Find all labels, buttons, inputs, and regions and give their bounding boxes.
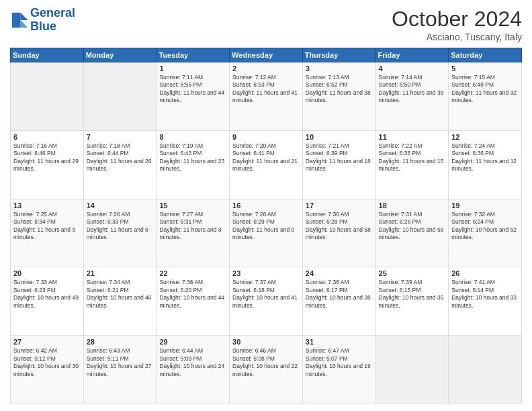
calendar-week-row: 6Sunrise: 7:16 AMSunset: 6:46 PMDaylight… [11, 130, 522, 199]
calendar-cell [449, 336, 522, 404]
cell-info: Sunrise: 7:16 AMSunset: 6:46 PMDaylight:… [13, 142, 81, 173]
calendar-week-row: 13Sunrise: 7:25 AMSunset: 6:34 PMDayligh… [11, 199, 522, 267]
cell-info: Sunrise: 7:37 AMSunset: 6:18 PMDaylight:… [232, 279, 300, 310]
location-title: Asciano, Tuscany, Italy [392, 32, 522, 42]
day-number: 8 [159, 133, 226, 141]
cell-info: Sunrise: 6:42 AMSunset: 5:12 PMDaylight:… [13, 347, 81, 378]
calendar-cell [83, 62, 157, 131]
day-number: 13 [13, 201, 81, 210]
calendar-cell: 27Sunrise: 6:42 AMSunset: 5:12 PMDayligh… [11, 336, 84, 404]
calendar-cell: 21Sunrise: 7:34 AMSunset: 6:21 PMDayligh… [83, 267, 157, 336]
day-number: 18 [379, 201, 446, 210]
calendar-cell: 9Sunrise: 7:20 AMSunset: 6:41 PMDaylight… [230, 130, 303, 199]
calendar-cell: 8Sunrise: 7:19 AMSunset: 6:43 PMDaylight… [157, 130, 230, 199]
calendar-cell: 23Sunrise: 7:37 AMSunset: 6:18 PMDayligh… [230, 267, 303, 336]
cell-info: Sunrise: 7:27 AMSunset: 6:31 PMDaylight:… [159, 211, 226, 242]
day-number: 5 [451, 64, 519, 73]
calendar-table: SundayMondayTuesdayWednesdayThursdayFrid… [10, 48, 522, 404]
cell-info: Sunrise: 7:41 AMSunset: 6:14 PMDaylight:… [451, 279, 519, 310]
cell-info: Sunrise: 7:20 AMSunset: 6:41 PMDaylight:… [232, 142, 300, 173]
calendar-week-row: 20Sunrise: 7:33 AMSunset: 6:23 PMDayligh… [11, 267, 522, 336]
day-number: 19 [451, 201, 519, 210]
day-header-monday: Monday [83, 48, 157, 62]
calendar-cell: 6Sunrise: 7:16 AMSunset: 6:46 PMDaylight… [11, 130, 84, 199]
day-number: 17 [306, 201, 373, 210]
calendar-cell: 13Sunrise: 7:25 AMSunset: 6:34 PMDayligh… [11, 199, 84, 267]
day-number: 26 [451, 269, 519, 277]
cell-info: Sunrise: 6:47 AMSunset: 5:07 PMDaylight:… [306, 347, 373, 378]
calendar-cell: 4Sunrise: 7:14 AMSunset: 6:50 PMDaylight… [375, 62, 449, 131]
day-number: 7 [87, 133, 154, 141]
day-number: 3 [306, 64, 373, 73]
cell-info: Sunrise: 7:38 AMSunset: 6:17 PMDaylight:… [306, 279, 373, 310]
day-number: 15 [159, 201, 226, 210]
cell-info: Sunrise: 7:26 AMSunset: 6:33 PMDaylight:… [87, 211, 154, 242]
day-number: 22 [159, 269, 226, 277]
month-title: October 2024 [392, 7, 522, 32]
day-number: 11 [379, 133, 446, 141]
day-number: 30 [232, 338, 300, 346]
calendar-cell: 26Sunrise: 7:41 AMSunset: 6:14 PMDayligh… [449, 267, 522, 336]
logo: General Blue [10, 7, 75, 34]
calendar-cell: 19Sunrise: 7:32 AMSunset: 6:24 PMDayligh… [449, 199, 522, 267]
day-header-sunday: Sunday [11, 48, 84, 62]
calendar-cell: 1Sunrise: 7:11 AMSunset: 6:55 PMDaylight… [157, 62, 230, 131]
cell-info: Sunrise: 7:18 AMSunset: 6:44 PMDaylight:… [87, 142, 154, 173]
day-number: 4 [379, 64, 446, 73]
day-number: 1 [159, 64, 226, 73]
title-block: October 2024 Asciano, Tuscany, Italy [392, 7, 522, 42]
cell-info: Sunrise: 7:36 AMSunset: 6:20 PMDaylight:… [159, 279, 226, 310]
calendar-cell: 22Sunrise: 7:36 AMSunset: 6:20 PMDayligh… [157, 267, 230, 336]
calendar-week-row: 1Sunrise: 7:11 AMSunset: 6:55 PMDaylight… [11, 62, 522, 131]
day-number: 21 [87, 269, 154, 277]
calendar-header-row: SundayMondayTuesdayWednesdayThursdayFrid… [11, 48, 522, 62]
svg-rect-2 [12, 13, 21, 28]
day-header-saturday: Saturday [449, 48, 522, 62]
cell-info: Sunrise: 7:14 AMSunset: 6:50 PMDaylight:… [379, 74, 446, 105]
day-number: 12 [451, 133, 519, 141]
cell-info: Sunrise: 6:43 AMSunset: 5:11 PMDaylight:… [87, 347, 154, 378]
cell-info: Sunrise: 7:12 AMSunset: 6:53 PMDaylight:… [232, 74, 300, 105]
day-number: 10 [306, 133, 373, 141]
calendar-cell: 11Sunrise: 7:22 AMSunset: 6:38 PMDayligh… [375, 130, 449, 199]
calendar-cell: 31Sunrise: 6:47 AMSunset: 5:07 PMDayligh… [302, 336, 375, 404]
day-number: 23 [232, 269, 300, 277]
calendar-cell [375, 336, 449, 404]
header: General Blue October 2024 Asciano, Tusca… [10, 7, 522, 42]
cell-info: Sunrise: 7:11 AMSunset: 6:55 PMDaylight:… [159, 74, 226, 105]
calendar-cell: 18Sunrise: 7:31 AMSunset: 6:26 PMDayligh… [375, 199, 449, 267]
cell-info: Sunrise: 7:39 AMSunset: 6:15 PMDaylight:… [379, 279, 446, 310]
day-number: 6 [13, 133, 81, 141]
day-header-wednesday: Wednesday [230, 48, 303, 62]
cell-info: Sunrise: 7:34 AMSunset: 6:21 PMDaylight:… [87, 279, 154, 310]
cell-info: Sunrise: 6:44 AMSunset: 5:09 PMDaylight:… [159, 347, 226, 378]
cell-info: Sunrise: 7:25 AMSunset: 6:34 PMDaylight:… [13, 211, 81, 242]
calendar-cell: 28Sunrise: 6:43 AMSunset: 5:11 PMDayligh… [83, 336, 157, 404]
day-number: 16 [232, 201, 300, 210]
calendar-cell: 7Sunrise: 7:18 AMSunset: 6:44 PMDaylight… [83, 130, 157, 199]
day-number: 29 [159, 338, 226, 346]
calendar-cell: 16Sunrise: 7:28 AMSunset: 6:29 PMDayligh… [230, 199, 303, 267]
cell-info: Sunrise: 7:31 AMSunset: 6:26 PMDaylight:… [379, 211, 446, 242]
cell-info: Sunrise: 7:33 AMSunset: 6:23 PMDaylight:… [13, 279, 81, 310]
cell-info: Sunrise: 7:22 AMSunset: 6:38 PMDaylight:… [379, 142, 446, 173]
calendar-cell: 17Sunrise: 7:30 AMSunset: 6:28 PMDayligh… [302, 199, 375, 267]
calendar-cell [11, 62, 84, 131]
calendar-cell: 24Sunrise: 7:38 AMSunset: 6:17 PMDayligh… [302, 267, 375, 336]
cell-info: Sunrise: 6:46 AMSunset: 5:08 PMDaylight:… [232, 347, 300, 378]
day-number: 28 [87, 338, 154, 346]
calendar-cell: 2Sunrise: 7:12 AMSunset: 6:53 PMDaylight… [230, 62, 303, 131]
svg-marker-1 [20, 20, 28, 28]
calendar-cell: 12Sunrise: 7:24 AMSunset: 6:36 PMDayligh… [449, 130, 522, 199]
logo-text: General Blue [30, 7, 75, 34]
day-number: 27 [13, 338, 81, 346]
logo-icon [10, 11, 29, 30]
calendar-cell: 5Sunrise: 7:15 AMSunset: 6:48 PMDaylight… [449, 62, 522, 131]
calendar-cell: 14Sunrise: 7:26 AMSunset: 6:33 PMDayligh… [83, 199, 157, 267]
day-header-tuesday: Tuesday [157, 48, 230, 62]
svg-marker-0 [20, 13, 28, 20]
day-header-friday: Friday [375, 48, 449, 62]
cell-info: Sunrise: 7:24 AMSunset: 6:36 PMDaylight:… [451, 142, 519, 173]
day-header-thursday: Thursday [302, 48, 375, 62]
calendar-cell: 15Sunrise: 7:27 AMSunset: 6:31 PMDayligh… [157, 199, 230, 267]
